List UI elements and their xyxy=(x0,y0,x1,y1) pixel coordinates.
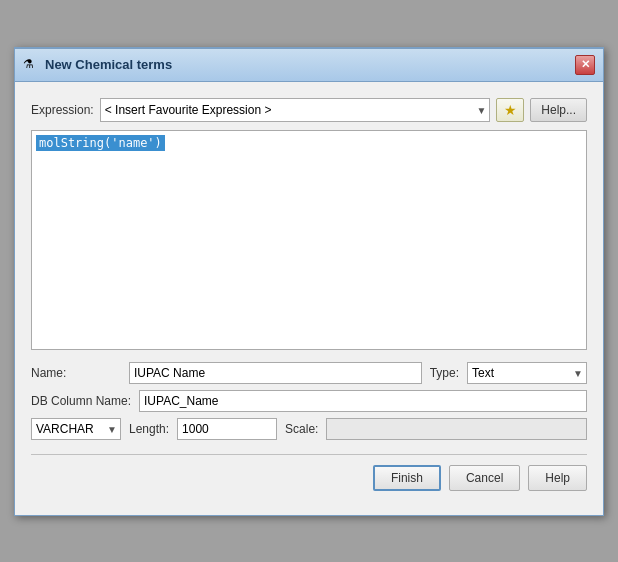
help-button-bottom[interactable]: Help xyxy=(528,465,587,491)
dialog-icon: ⚗ xyxy=(23,57,39,73)
dialog-window: ⚗ New Chemical terms ✕ Expression: < Ins… xyxy=(14,47,604,516)
data-type-row: VARCHAR CHAR NVARCHAR ▼ Length: Scale: xyxy=(31,418,587,440)
expression-area[interactable]: molString('name') xyxy=(31,130,587,350)
expression-row: Expression: < Insert Favourite Expressio… xyxy=(31,98,587,122)
title-bar-left: ⚗ New Chemical terms xyxy=(23,57,172,73)
separator xyxy=(31,454,587,455)
expression-label: Expression: xyxy=(31,103,94,117)
db-column-input[interactable] xyxy=(139,390,587,412)
varchar-select[interactable]: VARCHAR CHAR NVARCHAR xyxy=(31,418,121,440)
varchar-select-wrapper: VARCHAR CHAR NVARCHAR ▼ xyxy=(31,418,121,440)
db-column-label: DB Column Name: xyxy=(31,394,131,408)
expression-value: molString('name') xyxy=(36,135,165,151)
length-label: Length: xyxy=(129,422,169,436)
cancel-button[interactable]: Cancel xyxy=(449,465,520,491)
dialog-title: New Chemical terms xyxy=(45,57,172,72)
name-input[interactable] xyxy=(129,362,422,384)
button-row: Finish Cancel Help xyxy=(31,465,587,499)
favourite-button[interactable]: ★ xyxy=(496,98,524,122)
scale-input[interactable] xyxy=(326,418,587,440)
star-icon: ★ xyxy=(504,102,517,118)
length-input[interactable] xyxy=(177,418,277,440)
name-label: Name: xyxy=(31,366,121,380)
scale-label: Scale: xyxy=(285,422,318,436)
help-button-top[interactable]: Help... xyxy=(530,98,587,122)
name-row: Name: Type: Text Number Date ▼ xyxy=(31,362,587,384)
close-button[interactable]: ✕ xyxy=(575,55,595,75)
finish-button[interactable]: Finish xyxy=(373,465,441,491)
expression-select[interactable]: < Insert Favourite Expression > xyxy=(100,98,491,122)
form-grid: Name: Type: Text Number Date ▼ DB Column… xyxy=(31,362,587,440)
type-label: Type: xyxy=(430,366,459,380)
title-bar: ⚗ New Chemical terms ✕ xyxy=(15,49,603,82)
type-select[interactable]: Text Number Date xyxy=(467,362,587,384)
dialog-body: Expression: < Insert Favourite Expressio… xyxy=(15,82,603,515)
expression-select-wrapper: < Insert Favourite Expression > ▼ xyxy=(100,98,491,122)
db-column-row: DB Column Name: xyxy=(31,390,587,412)
type-select-wrapper: Text Number Date ▼ xyxy=(467,362,587,384)
